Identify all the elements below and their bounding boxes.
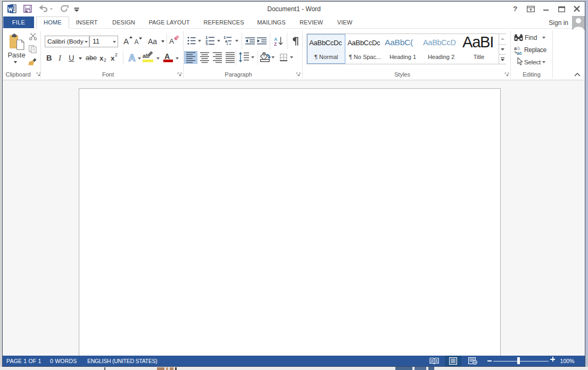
svg-text:A: A	[129, 53, 136, 63]
svg-text:Z: Z	[274, 41, 277, 46]
svg-text:ac: ac	[517, 51, 522, 55]
svg-text:i: i	[227, 42, 228, 45]
svg-text:3: 3	[205, 42, 208, 45]
